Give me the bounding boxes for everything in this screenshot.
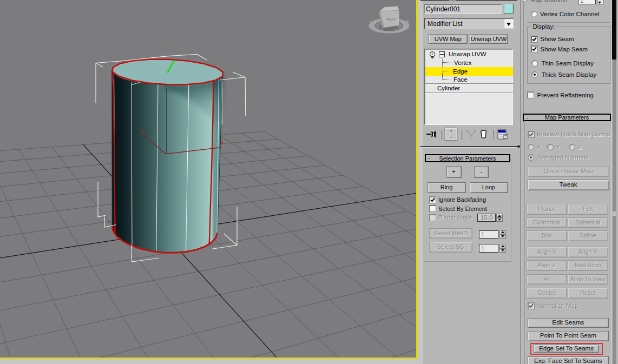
svg-text:x: x bbox=[221, 140, 223, 145]
svg-text:y: y bbox=[141, 129, 144, 135]
svg-text:FRONT: FRONT bbox=[386, 18, 396, 21]
svg-text:z: z bbox=[165, 83, 167, 88]
